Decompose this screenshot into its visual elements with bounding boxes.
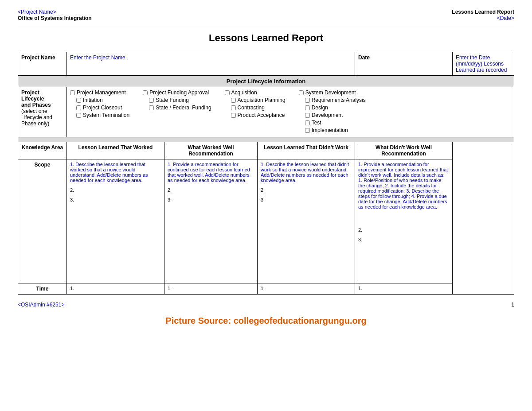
header-project-name-link[interactable]: <Project Name> [18,9,56,15]
lifecycle-section-header: Project Lifecycle Information [18,76,514,87]
doc-header: <Project Name> Office of Systems Integra… [18,9,514,25]
time-row: Time 1. 1. 1. 1. [18,283,514,295]
time-worked-rec-cell[interactable]: 1. [164,283,258,295]
project-name-row: Project Name Enter the Project Name Date… [18,52,514,76]
checkbox-state-federal-funding[interactable]: State / Federal Funding [143,105,211,111]
col-header-worked: Lesson Learned That Worked [67,142,164,159]
lifecycle-label: Project Lifecycle and Phases (select one… [18,87,67,137]
checkbox-implementation[interactable]: Implementation [299,127,366,133]
lifecycle-col3: Acquisition Acquisition Planning Contrac… [225,89,286,135]
scope-row: Scope 1. Describe the lesson learned tha… [18,159,514,283]
col-header-didnt-work-rec: What Didn't Work Well Recommendation [355,142,453,159]
col-header-worked-rec: What Worked Well Recommendation [164,142,258,159]
date-placeholder: Enter the Date (mm/dd/yy) Lessons Learne… [456,54,507,73]
page-title: Lessons Learned Report [18,32,514,44]
picture-source: Picture Source: collegeofeducationargung… [18,316,514,326]
date-value-cell[interactable]: Enter the Date (mm/dd/yy) Lessons Learne… [453,52,514,76]
checkbox-requirements-analysis[interactable]: Requirements Analysis [299,97,366,103]
checkbox-project-management[interactable]: Project Management [70,89,129,96]
checkbox-state-funding[interactable]: State Funding [143,97,211,103]
col-header-didnt-work: Lesson Learned That Didn't Work [258,142,355,159]
header-date-link[interactable]: <Date> [497,15,514,21]
scope-worked-cell[interactable]: 1. Describe the lesson learned that work… [67,159,164,283]
scope-didnt-work-cell[interactable]: 1. Describe the lesson learned that didn… [258,159,355,283]
time-didnt-work-cell[interactable]: 1. [258,283,355,295]
lifecycle-col2: Project Funding Approval State Funding S… [143,89,211,135]
spacer-row [18,137,514,142]
scope-worked-rec-cell[interactable]: 1. Provide a recommendation for continue… [164,159,258,283]
checkbox-project-closeout[interactable]: Project Closeout [70,105,129,111]
doc-footer: <OSIAdmin #6251> 1 [18,302,514,308]
project-name-label: Project Name [18,52,67,76]
column-headers-row: Knowledge Area Lesson Learned That Worke… [18,142,514,159]
lifecycle-col4: System Development Requirements Analysis… [299,89,366,135]
header-report-title: Lessons Learned Report [452,9,514,15]
admin-link[interactable]: <OSIAdmin #6251> [18,302,64,308]
checkbox-acquisition[interactable]: Acquisition [225,89,286,96]
checkbox-development[interactable]: Development [299,112,366,118]
checkbox-contracting[interactable]: Contracting [225,105,286,111]
time-area-label: Time [18,283,67,295]
project-name-value-cell[interactable]: Enter the Project Name [67,52,355,76]
checkbox-acquisition-planning[interactable]: Acquisition Planning [225,97,286,103]
header-org-name: Office of Systems Integration [18,15,92,21]
checkbox-product-acceptance[interactable]: Product Acceptance [225,112,286,118]
checkbox-project-funding[interactable]: Project Funding Approval [143,89,211,96]
doc-header-right: Lessons Learned Report <Date> [452,9,514,21]
project-name-placeholder: Enter the Project Name [70,54,125,61]
checkbox-system-termination[interactable]: System Termination [70,112,129,118]
page: <Project Name> Office of Systems Integra… [0,0,532,335]
scope-didnt-work-rec-cell[interactable]: 1. Provide a recommendation for improvem… [355,159,453,283]
checkbox-design[interactable]: Design [299,105,366,111]
date-label: Date [355,52,453,76]
doc-header-left: <Project Name> Office of Systems Integra… [18,9,92,21]
time-worked-cell[interactable]: 1. [67,283,164,295]
time-didnt-work-rec-cell[interactable]: 1. [355,283,453,295]
scope-area-label: Scope [18,159,67,283]
lifecycle-phases-cell: Project Management Initiation Project Cl… [67,87,514,137]
page-number: 1 [511,302,514,308]
checkbox-initiation[interactable]: Initiation [70,97,129,103]
lifecycle-header-row: Project Lifecycle Information [18,76,514,87]
lifecycle-row: Project Lifecycle and Phases (select one… [18,87,514,137]
main-table: Project Name Enter the Project Name Date… [18,52,514,295]
checkbox-system-development[interactable]: System Development [299,89,366,96]
checkbox-test[interactable]: Test [299,120,366,126]
col-header-knowledge-area: Knowledge Area [18,142,67,159]
lifecycle-col1: Project Management Initiation Project Cl… [70,89,129,135]
